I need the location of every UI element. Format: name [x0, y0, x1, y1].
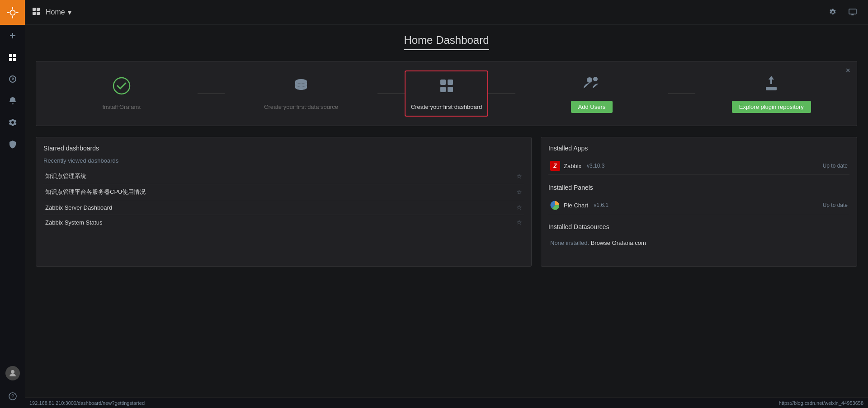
svg-rect-15 [37, 8, 40, 11]
step-install-icon [113, 77, 131, 99]
step-plugins: Explore plugin repository [695, 74, 848, 113]
step-users-icon [583, 74, 601, 96]
logo[interactable] [0, 0, 25, 25]
star-icon-0[interactable]: ☆ [516, 173, 522, 180]
close-button[interactable]: × [845, 66, 850, 75]
svg-rect-18 [849, 9, 856, 14]
page-content: Home Dashboard × Install Grafana [25, 25, 868, 397]
installed-panels-title: Installed Panels [548, 184, 849, 191]
statusbar: 192.168.81.210:3000/dashboard/new?gettin… [25, 397, 868, 408]
user-avatar[interactable] [0, 361, 25, 385]
main-content: Home ▾ Home Dashboard × [25, 0, 868, 408]
svg-rect-24 [448, 80, 453, 85]
statusbar-right: https://blog.csdn.net/weixin_44953658 [779, 400, 863, 406]
starred-title: Starred dashboards [43, 145, 524, 152]
list-item[interactable]: Zabbix Server Dashboard ☆ [43, 200, 524, 215]
svg-rect-9 [13, 58, 16, 61]
steps-container: Install Grafana Create your first data s… [45, 70, 848, 117]
svg-rect-26 [448, 87, 453, 92]
step-install-label: Install Grafana [102, 103, 141, 110]
settings-button[interactable] [825, 4, 841, 20]
browse-grafana-link[interactable]: Browse Grafana.com [591, 239, 646, 246]
step-plugins-icon [762, 74, 780, 96]
piechart-icon [550, 200, 560, 210]
sidebar-explore-icon[interactable] [0, 68, 25, 90]
list-item[interactable]: 知识点管理系统 ☆ [43, 169, 524, 184]
svg-point-28 [593, 77, 598, 81]
help-icon[interactable]: ? [0, 387, 25, 405]
topbar-title[interactable]: Home ▾ [46, 8, 71, 17]
page-title-wrap: Home Dashboard [36, 34, 857, 50]
list-item[interactable]: Zabbix System Status ☆ [43, 215, 524, 230]
step-users: Add Users [515, 74, 668, 113]
sidebar-alerting-icon[interactable] [0, 90, 25, 112]
installed-datasources-section: Installed Datasources None installed. Br… [548, 223, 849, 250]
zabbix-icon: Z [550, 161, 560, 171]
topbar-title-label: Home [46, 8, 65, 16]
menu-grid-icon[interactable] [32, 7, 40, 17]
display-button[interactable] [844, 4, 861, 20]
step-dashboard-icon [438, 77, 456, 99]
star-icon-1[interactable]: ☆ [516, 188, 522, 196]
separator-3 [488, 94, 515, 94]
list-item[interactable]: 知识点管理平台各服务器CPU使用情况 ☆ [43, 184, 524, 200]
svg-rect-17 [37, 12, 40, 15]
svg-rect-7 [13, 54, 16, 57]
step-datasource-icon [292, 77, 310, 99]
statusbar-left: 192.168.81.210:3000/dashboard/new?gettin… [29, 400, 145, 406]
topbar: Home ▾ [25, 0, 868, 25]
installed-apps-section: Installed Apps Z Zabbix v3.10.3 Up to da… [548, 145, 849, 175]
sidebar-configuration-icon[interactable] [0, 112, 25, 133]
svg-rect-8 [9, 58, 12, 61]
svg-rect-6 [9, 54, 12, 57]
topbar-dropdown-icon: ▾ [68, 8, 71, 17]
star-icon-2[interactable]: ☆ [516, 204, 522, 211]
svg-rect-16 [33, 12, 36, 15]
right-panel: Installed Apps Z Zabbix v3.10.3 Up to da… [541, 137, 857, 267]
recent-title: Recently viewed dashboards [43, 157, 524, 164]
step-dashboard-highlighted[interactable]: Create your first dashboard [405, 70, 489, 117]
svg-text:?: ? [11, 394, 14, 399]
svg-point-21 [113, 78, 130, 94]
sidebar-add-icon[interactable] [0, 25, 25, 47]
step-dashboard-label: Create your first dashboard [411, 103, 482, 110]
separator-1 [198, 94, 225, 94]
step-install: Install Grafana [45, 77, 198, 110]
separator-4 [668, 94, 695, 94]
sidebar-shield-icon[interactable] [0, 133, 25, 155]
add-users-button[interactable]: Add Users [571, 101, 613, 113]
step-dashboard: Create your first dashboard [411, 77, 482, 110]
svg-rect-29 [766, 87, 777, 90]
svg-rect-25 [440, 87, 446, 92]
star-icon-3[interactable]: ☆ [516, 219, 522, 226]
dashboard-grid: Starred dashboards Recently viewed dashb… [36, 137, 857, 267]
installed-apps-title: Installed Apps [548, 145, 849, 152]
piechart-panel-item[interactable]: Pie Chart v1.6.1 Up to date [548, 197, 849, 214]
zabbix-app-item[interactable]: Z Zabbix v3.10.3 Up to date [548, 157, 849, 175]
svg-point-27 [587, 77, 592, 83]
datasource-note: None installed. Browse Grafana.com [548, 236, 849, 250]
installed-panels-section: Installed Panels Pie C [548, 184, 849, 214]
getting-started-panel: × Install Grafana [36, 61, 857, 126]
left-panel: Starred dashboards Recently viewed dashb… [36, 137, 532, 267]
step-datasource-label: Create your first data source [264, 103, 338, 110]
installed-datasources-title: Installed Datasources [548, 223, 849, 230]
sidebar: ? [0, 0, 25, 408]
step-datasource: Create your first data source [225, 77, 377, 110]
topbar-left: Home ▾ [32, 7, 71, 17]
separator-2 [377, 94, 405, 94]
sidebar-dashboards-icon[interactable] [0, 47, 25, 68]
topbar-right [825, 4, 861, 20]
svg-point-11 [11, 370, 14, 374]
explore-plugins-button[interactable]: Explore plugin repository [732, 101, 811, 113]
svg-rect-14 [33, 8, 36, 11]
page-title: Home Dashboard [404, 34, 489, 50]
svg-point-22 [295, 79, 307, 84]
svg-rect-23 [440, 80, 446, 85]
